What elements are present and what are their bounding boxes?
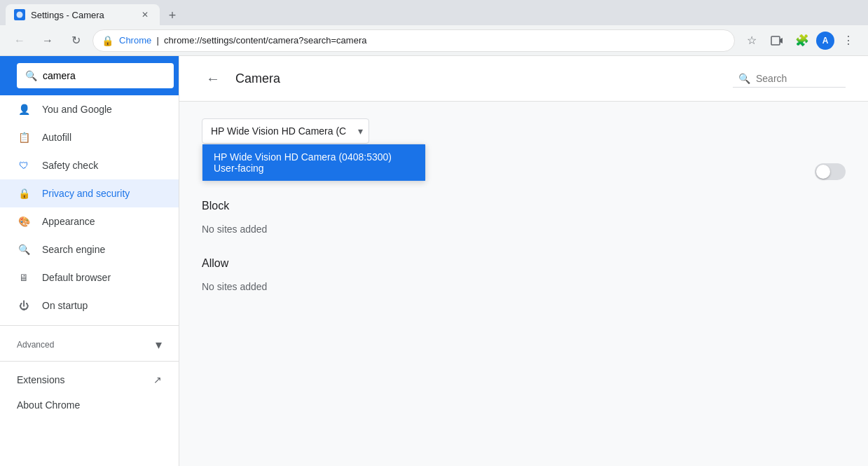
lock-nav-icon: 🔒 (17, 186, 31, 200)
settings-search-input[interactable] (43, 70, 165, 81)
sidebar-item-safety-check[interactable]: 🛡 Safety check (0, 151, 179, 179)
external-link-icon: ↗ (153, 374, 162, 385)
browser-icon: 🖥 (17, 270, 31, 285)
sidebar-label-search-engine: Search engine (42, 244, 162, 255)
content-search-bar[interactable]: 🔍 (733, 70, 846, 88)
block-section: Block No sites added (202, 200, 846, 240)
person-icon: 👤 (17, 102, 31, 116)
back-button[interactable]: ← (202, 67, 224, 90)
url-display: Chrome | chrome://settings/content/camer… (119, 35, 726, 46)
lock-icon: 🔒 (102, 35, 113, 46)
extensions-button[interactable]: 🧩 (791, 29, 813, 52)
sidebar-item-search-engine[interactable]: 🔍 Search engine (0, 235, 179, 263)
tab-icon (14, 9, 25, 20)
settings-layout: 🔍 ✕ 👤 You and Google 📋 Autofill 🛡 Safety… (0, 56, 868, 466)
sidebar-label-privacy-and-security: Privacy and security (42, 188, 162, 199)
startup-icon: ⏻ (17, 299, 31, 313)
sidebar-label-autofill: Autofill (42, 132, 162, 143)
new-tab-button[interactable]: + (163, 6, 182, 25)
autofill-icon: 📋 (17, 130, 31, 144)
avatar[interactable]: A (816, 32, 834, 50)
block-section-title: Block (202, 200, 846, 212)
sidebar-item-on-startup[interactable]: ⏻ On startup (0, 292, 179, 320)
content-search-input[interactable] (756, 73, 840, 84)
sidebar-label-you-and-google: You and Google (42, 104, 162, 115)
browser-frame: Settings - Camera ✕ + ← → ↻ 🔒 Chrome | c… (0, 0, 868, 466)
toggle-knob (816, 165, 830, 179)
selected-camera-label: HP Wide Vision HD Camera (C (211, 125, 346, 137)
allow-no-sites-label: No sites added (202, 275, 846, 298)
tab-close-button[interactable]: ✕ (139, 8, 151, 21)
allow-section-title: Allow (202, 257, 846, 270)
shield-check-icon: 🛡 (17, 158, 31, 172)
sidebar-item-default-browser[interactable]: 🖥 Default browser (0, 263, 179, 292)
sidebar-divider-1 (0, 325, 179, 326)
menu-button[interactable]: ⋮ (837, 29, 860, 52)
browser-controls: ← → ↻ 🔒 Chrome | chrome://settings/conte… (0, 25, 868, 56)
content-body: HP Wide Vision HD Camera (C ▾ HP Wide Vi… (179, 102, 868, 315)
camera-option-0-label: HP Wide Vision HD Camera (0408:5300) Use… (214, 151, 392, 174)
sidebar-item-about-chrome[interactable]: About Chrome (0, 392, 179, 418)
sidebar-divider-2 (0, 361, 179, 362)
svg-point-0 (17, 12, 23, 18)
sidebar-item-privacy-and-security[interactable]: 🔒 Privacy and security (0, 179, 179, 207)
search-inner-icon: 🔍 (25, 70, 37, 81)
active-tab[interactable]: Settings - Camera ✕ (6, 4, 160, 25)
main-content: ← Camera 🔍 HP Wide Vision HD Camera (C ▾ (179, 56, 868, 466)
advanced-section[interactable]: Advanced ▾ (0, 331, 179, 355)
back-nav-button[interactable]: ← (8, 29, 31, 52)
block-no-sites-label: No sites added (202, 218, 846, 240)
sidebar-label-about-chrome: About Chrome (17, 399, 162, 411)
content-header: ← Camera 🔍 (179, 56, 868, 102)
sidebar-label-safety-check: Safety check (42, 160, 162, 171)
page-title: Camera (235, 71, 722, 86)
camera-dropdown-menu: HP Wide Vision HD Camera (0408:5300) Use… (202, 144, 426, 181)
settings-search-bar: 🔍 ✕ (0, 56, 179, 95)
camera-select-wrapper: HP Wide Vision HD Camera (C ▾ HP Wide Vi… (202, 118, 369, 144)
title-bar: Settings - Camera ✕ + (0, 0, 868, 25)
forward-nav-button[interactable]: → (36, 29, 59, 52)
camera-option-0[interactable]: HP Wide Vision HD Camera (0408:5300) Use… (202, 144, 425, 181)
search-nav-icon: 🔍 (17, 242, 31, 256)
sidebar-item-you-and-google[interactable]: 👤 You and Google (0, 95, 179, 123)
bookmark-button[interactable]: ☆ (740, 29, 763, 52)
sidebar-label-on-startup: On startup (42, 300, 162, 311)
sidebar-label-appearance: Appearance (42, 216, 162, 227)
sidebar-item-extensions[interactable]: Extensions ↗ (0, 367, 179, 392)
sidebar: 🔍 ✕ 👤 You and Google 📋 Autofill 🛡 Safety… (0, 56, 179, 466)
address-bar[interactable]: 🔒 Chrome | chrome://settings/content/cam… (92, 29, 735, 52)
content-search-icon: 🔍 (738, 73, 750, 84)
reload-button[interactable]: ↻ (64, 29, 87, 52)
advanced-arrow-icon: ▾ (156, 337, 162, 352)
sidebar-label-extensions: Extensions (17, 374, 142, 385)
toolbar-right: ☆ 🧩 A ⋮ (740, 29, 860, 52)
camera-select-button[interactable]: HP Wide Vision HD Camera (C ▾ (202, 118, 369, 144)
sidebar-label-default-browser: Default browser (42, 272, 162, 283)
dropdown-arrow-icon: ▾ (358, 125, 363, 137)
tab-label: Settings - Camera (31, 10, 104, 20)
blocked-toggle[interactable] (815, 163, 846, 180)
advanced-label: Advanced (17, 340, 54, 350)
sidebar-item-autofill[interactable]: 📋 Autofill (0, 123, 179, 151)
svg-rect-1 (771, 36, 780, 45)
sidebar-item-appearance[interactable]: 🎨 Appearance (0, 207, 179, 235)
search-input-wrap[interactable]: 🔍 (17, 63, 174, 88)
allow-section: Allow No sites added (202, 257, 846, 298)
media-button[interactable] (766, 29, 788, 52)
appearance-icon: 🎨 (17, 214, 31, 228)
